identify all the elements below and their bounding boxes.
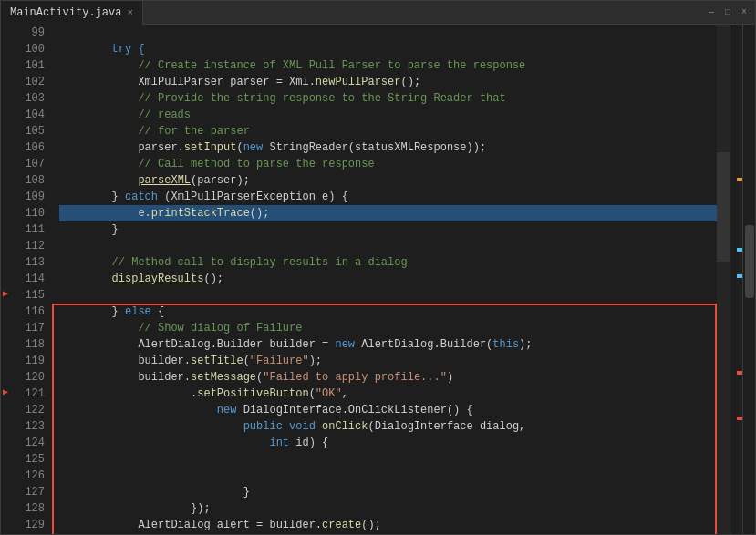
token: catch [125, 190, 158, 203]
code-line: } else { [59, 304, 717, 320]
code-line: AlertDialog alert = builder.create(); [59, 517, 717, 533]
line-number: 123 [17, 418, 45, 435]
line-number: 113 [17, 254, 45, 271]
token [316, 420, 322, 433]
token: (DialogInterface dialog, [368, 420, 525, 433]
scrollbar-track[interactable] [742, 25, 755, 534]
line-number: 115 [17, 287, 45, 304]
code-line: new DialogInterface.OnClickListener() { [59, 402, 717, 418]
code-line: builder.setTitle("Failure"); [59, 353, 717, 369]
scrollbar-thumb[interactable] [745, 225, 754, 298]
token: new [335, 338, 355, 351]
token: StringReader(statusXMLResponse)); [263, 141, 486, 154]
token: displayResults [112, 273, 204, 285]
minimize-button[interactable]: — [704, 5, 719, 20]
line-number: 125 [17, 451, 45, 468]
gutter-error-icon: ▶ [3, 386, 8, 397]
code-line [59, 287, 717, 304]
token: // Provide the string response to the St… [59, 92, 506, 105]
token: parser. [59, 141, 184, 154]
maximize-button[interactable]: □ [720, 5, 735, 20]
line-number: 124 [17, 435, 45, 451]
token: (); [400, 76, 420, 88]
line-number: 101 [17, 57, 45, 74]
token: this [492, 338, 519, 351]
token: int [269, 437, 289, 449]
code-line: // Provide the string response to the St… [59, 90, 717, 107]
token: "OK" [316, 387, 342, 400]
token: onClick [322, 420, 368, 433]
line-number: 122 [17, 402, 45, 418]
overview-ruler [730, 25, 742, 534]
tab-close-button[interactable]: × [127, 7, 133, 18]
line-number: 119 [17, 353, 45, 369]
code-line: // Call method to parse the response [59, 156, 717, 172]
token: "Failed to apply profile..." [263, 371, 447, 384]
code-line [59, 468, 717, 484]
token: } [59, 223, 119, 236]
token: new [217, 404, 237, 417]
token: // Call method to parse the response [59, 158, 375, 170]
token: (); [250, 207, 270, 220]
token: // Method call to display results in a d… [59, 256, 408, 269]
line-number: 107 [17, 156, 45, 172]
line-number: 106 [17, 139, 45, 156]
token: . [59, 387, 197, 400]
line-number: 102 [17, 74, 45, 90]
line-number: 129 [17, 517, 45, 533]
token: printStackTrace [151, 207, 250, 220]
code-line: }); [59, 500, 717, 517]
token: create [322, 519, 361, 531]
code-line: // Create instance of XML Pull Parser to… [59, 57, 717, 74]
code-line: XmlPullParser parser = Xml.newPullParser… [59, 74, 717, 90]
code-line: displayResults(); [59, 271, 717, 287]
token: } [59, 305, 125, 318]
line-number: 110 [17, 205, 45, 221]
code-line: .setPositiveButton("OK", [59, 386, 717, 402]
token: XmlPullParser parser = Xml. [59, 76, 316, 88]
code-line: // for the parser [59, 123, 717, 139]
code-line: } [59, 484, 717, 500]
code-line: parser.setInput(new StringReader(statusX… [59, 139, 717, 156]
token: , [342, 387, 348, 400]
token: AlertDialog alert = builder. [59, 519, 322, 531]
token: } [59, 486, 250, 499]
token: ( [309, 387, 316, 400]
editor-window: MainActivity.java × — □ × ▶▶ 99100101102… [0, 0, 756, 535]
line-numbers: 9910010110210310410510610710810911011111… [14, 25, 52, 534]
token: setInput [184, 141, 237, 154]
token: (parser); [191, 174, 250, 187]
gutter-icons: ▶▶ [1, 25, 14, 534]
token: ( [236, 141, 243, 154]
token: DialogInterface.OnClickListener() { [236, 404, 472, 417]
token: new [243, 141, 264, 154]
code-line: } [59, 221, 717, 238]
token: // Create instance of XML Pull Parser to… [59, 59, 525, 72]
file-tab[interactable]: MainActivity.java × [1, 1, 143, 25]
token: parseXML [138, 174, 191, 187]
code-line: // Show dialog of Failure [59, 320, 717, 336]
code-area[interactable]: try { // Create instance of XML Pull Par… [52, 25, 717, 534]
token: e. [59, 207, 151, 220]
close-button[interactable]: × [737, 5, 751, 20]
line-number: 100 [17, 41, 45, 57]
token: ); [519, 338, 532, 351]
token: { [151, 305, 164, 318]
line-number: 109 [17, 189, 45, 205]
token: (); [203, 273, 223, 285]
tab-filename: MainActivity.java [10, 6, 121, 19]
line-number: 126 [17, 468, 45, 484]
code-line: alert.show(); [59, 533, 717, 534]
code-line: AlertDialog.Builder builder = new AlertD… [59, 336, 717, 353]
token: // for the parser [59, 125, 250, 138]
token: else [125, 305, 151, 318]
line-number: 120 [17, 369, 45, 386]
token [59, 437, 269, 449]
code-line [59, 25, 717, 41]
window-controls: — □ × [704, 5, 755, 20]
code-line: e.printStackTrace(); [59, 205, 717, 221]
code-line: public void onClick(DialogInterface dial… [59, 418, 717, 435]
line-number: 118 [17, 336, 45, 353]
line-number: 114 [17, 271, 45, 287]
line-number: 111 [17, 221, 45, 238]
